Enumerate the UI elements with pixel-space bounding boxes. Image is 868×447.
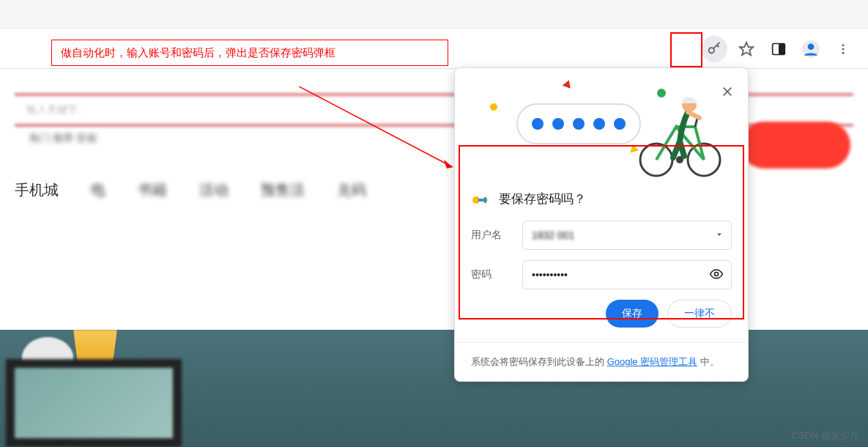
nav-item[interactable]: 预售活 — [261, 180, 305, 200]
cyclist-illustration — [631, 83, 726, 178]
key-icon[interactable] — [701, 36, 727, 62]
star-icon[interactable] — [733, 36, 760, 62]
chevron-down-icon[interactable] — [715, 229, 724, 241]
dialog-title: 要保存密码吗？ — [499, 191, 586, 207]
profile-icon[interactable] — [798, 36, 824, 62]
eye-icon[interactable] — [709, 267, 724, 284]
key-icon-highlight — [670, 32, 702, 67]
watermark: CSDN @吴少凡 — [791, 429, 859, 443]
footer-suffix: 中。 — [697, 356, 719, 367]
annotation-callout: 做自动化时，输入账号和密码后，弹出是否保存密码弹框 — [51, 40, 448, 66]
svg-point-7 — [842, 48, 845, 50]
svg-point-22 — [715, 272, 719, 276]
dialog-footer: 系统会将密码保存到此设备上的 Google 密码管理工具 中。 — [455, 342, 748, 381]
password-label: 密码 — [471, 268, 512, 281]
frame-decor — [6, 359, 182, 447]
confetti-icon — [490, 103, 497, 111]
username-value: 1832 001 — [532, 229, 574, 241]
dialog-illustration — [455, 68, 748, 178]
footer-prefix: 系统会将密码保存到此设备上的 — [471, 356, 607, 367]
save-password-dialog: 要保存密码吗？ 用户名 1832 001 密码 •••••••••• 保存 一律… — [454, 67, 749, 382]
menu-dots-icon[interactable] — [830, 36, 856, 62]
password-bubble-illustration — [516, 103, 641, 144]
save-button[interactable]: 保存 — [606, 300, 659, 328]
nav-item[interactable]: 书籍 — [138, 180, 167, 200]
never-button[interactable]: 一律不 — [667, 300, 732, 328]
search-placeholder: 输入关键字.. — [26, 103, 84, 117]
svg-rect-3 — [779, 43, 784, 54]
username-label: 用户名 — [471, 229, 512, 242]
svg-point-6 — [842, 44, 845, 46]
svg-point-5 — [808, 43, 815, 50]
nav-item[interactable]: 活动 — [199, 180, 229, 200]
side-panel-icon[interactable] — [765, 36, 792, 62]
svg-point-8 — [842, 51, 845, 53]
svg-marker-1 — [740, 42, 753, 54]
nav-item[interactable]: 兑码 — [337, 180, 366, 200]
svg-rect-20 — [484, 197, 486, 203]
confetti-icon — [563, 78, 574, 89]
password-field[interactable]: •••••••••• — [522, 260, 732, 289]
annotation-text: 做自动化时，输入账号和密码后，弹出是否保存密码弹框 — [61, 46, 335, 60]
svg-marker-21 — [717, 234, 722, 237]
password-manager-link[interactable]: Google 密码管理工具 — [607, 356, 698, 367]
nav-item[interactable]: 手机城 — [15, 180, 59, 200]
username-field[interactable]: 1832 001 — [522, 221, 732, 250]
nav-item[interactable]: 电 — [91, 180, 105, 200]
key-color-icon — [471, 190, 489, 207]
cta-button-blurred[interactable] — [741, 122, 850, 169]
password-value: •••••••••• — [532, 269, 568, 281]
